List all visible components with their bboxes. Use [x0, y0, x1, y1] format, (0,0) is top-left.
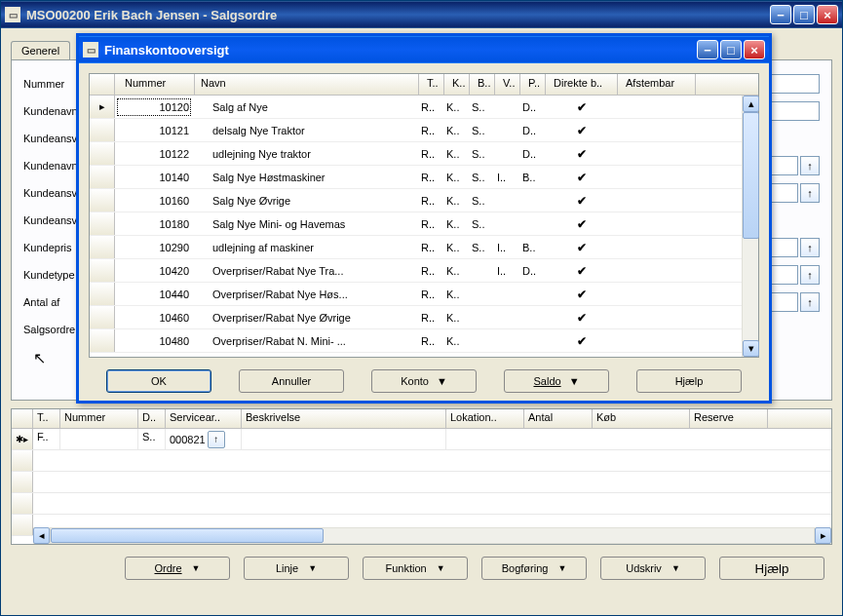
cell-nummer[interactable]: 10140 — [115, 166, 195, 188]
cell-p[interactable] — [520, 306, 546, 328]
grid-hscroll[interactable]: ◂ ▸ — [33, 527, 831, 544]
account-row[interactable]: ▸10120Salg af NyeR..K..S..D..✔ — [90, 96, 742, 119]
cell-db[interactable]: ✔ — [546, 283, 618, 305]
row-marker[interactable] — [90, 236, 115, 258]
cell-p[interactable] — [520, 189, 546, 212]
cell-af[interactable] — [618, 259, 696, 282]
cell-navn[interactable]: delsalg Nye Traktor — [195, 119, 419, 141]
vscroll-thumb[interactable] — [743, 112, 759, 239]
cell-af[interactable] — [618, 166, 696, 188]
cell-p[interactable]: D.. — [520, 119, 546, 141]
cell-k[interactable]: K.. — [444, 166, 470, 188]
row-marker[interactable] — [90, 212, 115, 235]
cell-k[interactable]: K.. — [444, 259, 470, 282]
cell-v[interactable] — [495, 142, 520, 165]
cell-db[interactable]: ✔ — [546, 259, 618, 282]
cell-v[interactable] — [495, 306, 520, 328]
cell-navn[interactable]: Overpriser/Rabat Nye Øvrige — [195, 306, 419, 328]
tab-generel[interactable]: Generel — [11, 41, 70, 59]
gh-t[interactable]: T.. — [33, 409, 60, 428]
hscroll-track[interactable] — [50, 527, 815, 544]
cell-p[interactable]: D.. — [520, 142, 546, 165]
gh-lokation[interactable]: Lokation.. — [446, 409, 524, 428]
grid-row[interactable] — [12, 472, 831, 493]
cell-af[interactable] — [618, 329, 696, 352]
row-marker[interactable]: ▸ — [90, 96, 115, 118]
cell-navn[interactable]: Salg Nye Mini- og Havemas — [195, 212, 419, 235]
cell-db[interactable]: ✔ — [546, 142, 618, 165]
ok-button[interactable]: OK — [106, 369, 211, 393]
account-row[interactable]: 10122udlejning Nye traktorR..K..S..D..✔ — [90, 142, 742, 166]
row-marker[interactable] — [12, 472, 33, 492]
row-marker[interactable] — [90, 166, 115, 188]
account-row[interactable]: 10121delsalg Nye TraktorR..K..S..D..✔ — [90, 119, 742, 142]
cell-t[interactable]: R.. — [419, 329, 444, 352]
lookup-btn-7[interactable]: ↑ — [800, 265, 820, 285]
dialog-hjaelp-button[interactable]: Hjælp — [636, 369, 742, 393]
udskriv-button[interactable]: Udskriv▼ — [600, 557, 706, 580]
cell-v[interactable] — [495, 189, 520, 212]
cell-af[interactable] — [618, 189, 696, 212]
hscroll-left[interactable]: ◂ — [33, 527, 50, 544]
account-grid-vscroll[interactable]: ▴ ▾ — [742, 96, 758, 357]
row-marker[interactable] — [90, 306, 115, 328]
account-row[interactable]: 10160Salg Nye ØvrigeR..K..S..✔ — [90, 189, 742, 212]
cell-t[interactable]: R.. — [419, 119, 444, 141]
cell-t[interactable]: R.. — [419, 283, 444, 305]
cell-af[interactable] — [618, 306, 696, 328]
account-row[interactable]: 10180Salg Nye Mini- og HavemasR..K..S..✔ — [90, 212, 742, 236]
cell-t[interactable]: R.. — [419, 96, 444, 118]
row-marker-new[interactable]: ✱▸ — [12, 429, 33, 449]
gh-reserve[interactable]: Reserve — [690, 409, 768, 428]
dlg-gh-p[interactable]: P.. — [520, 74, 546, 95]
hscroll-right[interactable]: ▸ — [815, 527, 831, 544]
bogforing-button[interactable]: Bogføring▼ — [481, 557, 587, 580]
cell-db[interactable]: ✔ — [546, 119, 618, 141]
grid-row[interactable]: ✱▸ F.. S.. 000821 ↑ — [12, 429, 831, 450]
cell-k[interactable]: K.. — [444, 96, 470, 118]
account-row[interactable]: 10460Overpriser/Rabat Nye ØvrigeR..K..✔ — [90, 306, 742, 329]
vscroll-down[interactable]: ▾ — [743, 340, 759, 357]
cell-b[interactable]: S.. — [470, 212, 495, 235]
gh-d[interactable]: D.. — [138, 409, 166, 428]
cell-k[interactable]: K.. — [444, 212, 470, 235]
cell-k[interactable]: K.. — [444, 119, 470, 141]
hscroll-thumb[interactable] — [51, 528, 324, 543]
cell-t[interactable]: R.. — [419, 306, 444, 328]
account-row[interactable]: 10290udlejning af maskinerR..K..S..I..B.… — [90, 236, 742, 259]
cell-navn[interactable]: Overpriser/Rabat Nye Tra... — [195, 259, 419, 282]
cell-af[interactable] — [618, 142, 696, 165]
cell-b[interactable]: S.. — [470, 189, 495, 212]
cell-db[interactable]: ✔ — [546, 166, 618, 188]
cell-p[interactable]: D.. — [520, 259, 546, 282]
cell-navn[interactable]: Salg af Nye — [195, 96, 419, 118]
cell-nummer[interactable]: 10440 — [115, 283, 195, 305]
cell-navn[interactable]: Overpriser/Rabat Nye Høs... — [195, 283, 419, 305]
cell-af[interactable] — [618, 119, 696, 141]
lookup-btn-4[interactable]: ↑ — [800, 183, 820, 203]
row-marker[interactable] — [90, 329, 115, 352]
gh-servicear[interactable]: Servicear.. — [166, 409, 242, 428]
dlg-gh-b[interactable]: B.. — [470, 74, 495, 95]
cell-b[interactable]: S.. — [470, 119, 495, 141]
cell-nummer[interactable]: 10180 — [115, 212, 195, 235]
main-minimize-button[interactable]: − — [770, 5, 791, 24]
account-row[interactable]: 10420Overpriser/Rabat Nye Tra...R..K..I.… — [90, 259, 742, 283]
saldo-button[interactable]: Saldo▼ — [504, 369, 609, 393]
cell-p[interactable] — [520, 212, 546, 235]
cell-b[interactable] — [470, 259, 495, 282]
row-marker[interactable] — [12, 493, 33, 514]
vscroll-up[interactable]: ▴ — [743, 96, 759, 112]
cell-nummer[interactable]: 10160 — [115, 189, 195, 212]
gc-nummer[interactable] — [60, 429, 138, 449]
ordre-button[interactable]: Ordre▼ — [125, 557, 230, 580]
dlg-gh-db[interactable]: Direkte b.. — [546, 74, 618, 95]
cell-navn[interactable]: Salg Nye Høstmaskiner — [195, 166, 419, 188]
cell-nummer[interactable]: 10120 — [115, 96, 195, 118]
cell-b[interactable]: S.. — [470, 142, 495, 165]
cell-nummer[interactable]: 10480 — [115, 329, 195, 352]
dlg-gh-nummer[interactable]: Nummer — [115, 74, 195, 95]
cell-p[interactable]: B.. — [520, 236, 546, 258]
main-maximize-button[interactable]: □ — [793, 5, 815, 24]
cell-v[interactable]: I.. — [495, 166, 520, 188]
